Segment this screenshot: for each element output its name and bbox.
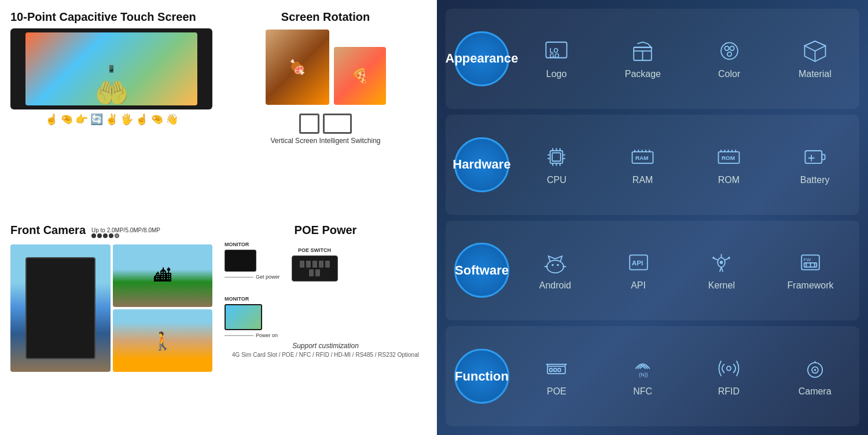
logo-icon: LOGO	[539, 38, 574, 64]
hardware-circle: Hardware	[454, 137, 509, 192]
camera-func-label: Camera	[799, 386, 832, 397]
appearance-row: Appearance LOGO Logo Package	[446, 9, 859, 109]
svg-text:API: API	[631, 259, 642, 267]
feature-item-material: Material	[797, 38, 832, 79]
appearance-circle: Appearance	[454, 31, 509, 86]
poe-switch-device	[292, 255, 338, 282]
svg-point-57	[713, 257, 715, 259]
touch-screen-section: 10-Point Capacitive Touch Screen 📱 🤲 ☝ 🤏…	[6, 6, 217, 216]
switch-port-7	[315, 269, 320, 276]
svg-marker-11	[804, 41, 825, 51]
dot-3	[103, 233, 108, 238]
left-panel: 10-Point Capacitive Touch Screen 📱 🤲 ☝ 🤏…	[0, 0, 437, 435]
function-circle: Function	[454, 349, 509, 404]
software-items: Android API API	[521, 250, 851, 291]
dot-5	[115, 233, 119, 238]
feature-item-battery: Battery	[797, 144, 832, 185]
svg-point-76	[814, 369, 816, 371]
software-label: Software	[455, 263, 509, 278]
cpu-icon	[539, 144, 574, 170]
svg-text:(N)): (N))	[639, 372, 648, 378]
svg-rect-68	[558, 368, 561, 371]
feature-item-color: Color	[712, 38, 746, 79]
poe-section: POE Power MONITOR Get power MONITOR Powe…	[220, 219, 431, 429]
package-label: Package	[625, 69, 661, 79]
camera-spec-text: Up to 2.0MP/5.0MP/8.0MP	[91, 227, 160, 233]
food-image-1: 🍖	[266, 30, 329, 105]
poe-getpower-label: Get power	[256, 274, 280, 280]
hardware-row: Hardware CPU RAM RAM ROM	[446, 115, 859, 215]
poe-monitor-label-1: MONITOR	[225, 242, 249, 247]
dot-2	[97, 233, 102, 238]
switch-port-3	[312, 261, 317, 268]
poe-func-icon	[539, 356, 574, 382]
switch-port-4	[319, 261, 323, 268]
feature-item-framework: FW Framework	[788, 250, 834, 291]
svg-point-73	[727, 367, 731, 371]
function-items: POE (N)) NFC	[521, 356, 851, 397]
kernel-icon	[704, 250, 739, 276]
rfid-icon	[711, 356, 746, 382]
touch-device-image: 📱 🤲	[10, 28, 212, 109]
svg-text:GO: GO	[550, 52, 560, 59]
poe-line-1	[225, 277, 253, 277]
svg-rect-40	[822, 154, 825, 159]
gesture-swipe: 👉	[75, 113, 88, 126]
feature-item-kernel: Kernel	[704, 250, 739, 291]
feature-item-poe: POE	[539, 356, 574, 397]
svg-point-7	[724, 46, 729, 50]
software-row: Software Android API API	[446, 221, 859, 321]
camera-street-image: 🏙	[113, 244, 213, 307]
right-panel: Appearance LOGO Logo Package	[437, 0, 868, 435]
hardware-label: Hardware	[453, 157, 510, 172]
gesture-drag: 🖐	[120, 113, 133, 126]
switch-port-1	[300, 261, 304, 268]
svg-point-51	[720, 261, 723, 264]
tablet-in-camera	[25, 257, 95, 359]
svg-line-54	[722, 268, 723, 272]
dot-1	[91, 233, 96, 238]
person-icon: 🚶	[152, 331, 173, 351]
gesture-two-finger: ✌	[105, 113, 118, 126]
poe-diagram: MONITOR Get power MONITOR Power on POE	[225, 242, 426, 338]
svg-point-43	[547, 261, 564, 273]
rotation-arrow-icon	[299, 114, 352, 134]
svg-point-9	[727, 52, 731, 56]
rotation-title: Screen Rotation	[225, 10, 426, 24]
camera-images-grid: 🏙 🚶	[10, 244, 212, 372]
framework-label: Framework	[788, 280, 834, 291]
logo-label: Logo	[546, 69, 567, 79]
battery-label: Battery	[800, 175, 830, 185]
switch-port-row	[300, 261, 330, 268]
dot-4	[109, 233, 113, 238]
svg-point-58	[729, 257, 731, 259]
poe-right-col: POE SWITCH	[292, 247, 338, 282]
gesture-scroll: ☝	[135, 113, 148, 126]
software-circle: Software	[454, 243, 509, 298]
switch-port-row-2	[309, 269, 320, 276]
svg-point-6	[721, 43, 738, 60]
feature-item-rfid: RFID	[711, 356, 746, 397]
svg-point-47	[557, 264, 559, 266]
rfid-label: RFID	[718, 386, 740, 397]
cpu-label: CPU	[547, 175, 567, 185]
svg-rect-66	[550, 368, 553, 371]
feature-item-rom: ROM ROM	[711, 144, 746, 185]
material-label: Material	[799, 69, 832, 79]
camera-person-image: 🚶	[113, 309, 213, 372]
feature-item-android: Android	[538, 250, 572, 291]
android-icon	[538, 250, 572, 276]
rotation-portrait: 🍕	[334, 47, 386, 105]
svg-text:RAM: RAM	[635, 154, 649, 160]
poe-monitor-label-2: MONITOR	[225, 296, 249, 302]
feature-item-logo: LOGO Logo	[539, 38, 574, 79]
feature-item-ram: RAM RAM	[626, 144, 660, 185]
camera-title: Front Camera	[10, 224, 86, 237]
material-icon	[797, 38, 832, 64]
function-label: Function	[455, 369, 509, 384]
feature-item-api: API API	[621, 250, 656, 291]
poe-switch-label: POE SWITCH	[298, 247, 331, 253]
kernel-label: Kernel	[708, 280, 735, 291]
touch-title: 10-Point Capacitive Touch Screen	[10, 10, 212, 24]
svg-text:ROM: ROM	[722, 154, 735, 160]
